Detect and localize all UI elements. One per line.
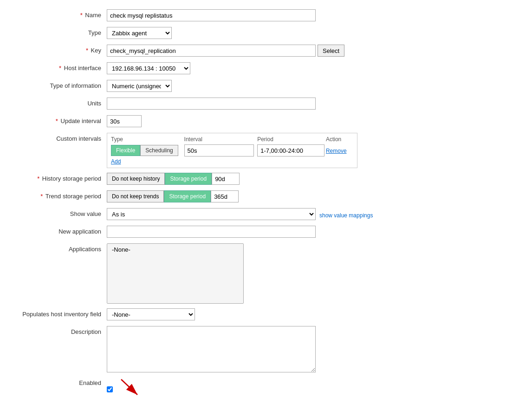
update-interval-input[interactable] [107,115,142,127]
new-application-label: New application [0,226,107,235]
units-input[interactable] [107,98,316,110]
scheduling-button[interactable]: Scheduling [140,145,178,156]
type-of-information-select[interactable]: Numeric (unsigned) Numeric (float) Chara… [107,80,172,92]
ci-interval-header: Interval [184,136,258,143]
host-interface-label: * Host interface [0,62,107,72]
custom-intervals-label: Custom intervals [0,133,107,142]
custom-interval-row: Flexible Scheduling Remove [111,144,353,156]
show-value-mappings-link[interactable]: show value mappings [319,210,373,219]
ci-action-header: Action [326,136,353,143]
history-storage-period-button[interactable]: Storage period [165,173,212,185]
host-interface-select[interactable]: 192.168.96.134 : 10050 [107,62,190,74]
show-value-label: Show value [0,208,107,217]
populates-label: Populates host inventory field [0,308,107,318]
update-interval-label: * Update interval [0,115,107,124]
enabled-checkbox[interactable] [107,386,113,392]
custom-intervals-box: Type Interval Period Action Flexible Sch… [107,133,357,168]
trend-storage-label: * Trend storage period [0,190,107,200]
history-storage-row: Do not keep history Storage period [107,173,240,185]
new-application-input[interactable] [107,226,316,238]
units-label: Units [0,98,107,107]
key-input[interactable] [107,45,316,57]
key-label: * Key [0,45,107,54]
name-input[interactable] [107,9,316,21]
type-label: Type [0,27,107,36]
history-storage-input[interactable] [212,173,240,185]
populates-select[interactable]: -None- [107,308,195,320]
enabled-row [107,377,144,402]
trend-storage-input[interactable] [211,190,239,202]
history-no-keep-button[interactable]: Do not keep history [107,173,165,185]
trend-storage-row: Do not keep trends Storage period [107,190,239,202]
trend-storage-period-button[interactable]: Storage period [164,190,211,202]
red-arrow-svg [117,377,144,400]
type-select[interactable]: Zabbix agent Zabbix agent (active) SNMP … [107,27,172,39]
select-button[interactable]: Select [318,45,344,57]
enabled-label: Enabled [0,377,107,386]
type-of-information-label: Type of information [0,80,107,89]
applications-label: Applications [0,243,107,253]
description-textarea[interactable] [107,326,316,372]
trend-no-keep-button[interactable]: Do not keep trends [107,190,164,202]
history-storage-label: * History storage period [0,173,107,182]
ci-interval-input[interactable] [184,144,254,156]
applications-listbox[interactable]: -None- [107,243,244,304]
ci-period-header: Period [257,136,326,143]
arrow-indicator [117,377,144,402]
remove-button[interactable]: Remove [326,148,347,154]
custom-intervals-header: Type Interval Period Action [111,136,353,143]
ci-period-input[interactable] [257,144,324,156]
svg-line-1 [121,379,137,395]
add-interval-button[interactable]: Add [111,158,121,165]
description-label: Description [0,326,107,335]
name-label: * Name [0,9,107,19]
show-value-select[interactable]: As is [107,208,316,220]
ci-type-header: Type [111,136,184,143]
flexible-button[interactable]: Flexible [111,145,140,156]
